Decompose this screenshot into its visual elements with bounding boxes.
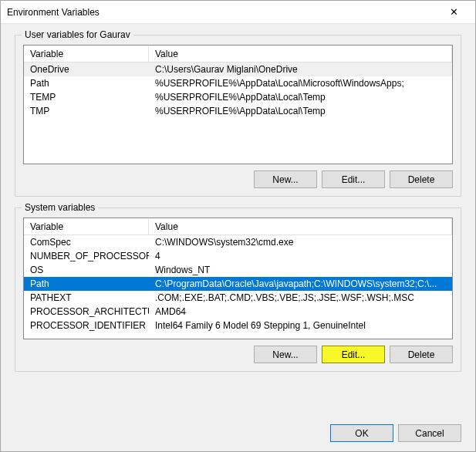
window-title: Environment Variables: [7, 7, 438, 18]
dialog-window: Environment Variables ✕ User variables f…: [0, 0, 476, 452]
cell-val: C:\ProgramData\Oracle\Java\javapath;C:\W…: [149, 278, 452, 290]
cancel-button[interactable]: Cancel: [398, 424, 461, 442]
cell-val: .COM;.EXE;.BAT;.CMD;.VBS;.VBE;.JS;.JSE;.…: [149, 292, 452, 304]
cell-val: C:\Users\Gaurav Miglani\OneDrive: [149, 63, 452, 76]
user-col-variable[interactable]: Variable: [24, 46, 149, 62]
cell-var: Path: [24, 278, 149, 290]
list-item[interactable]: TMP %USERPROFILE%\AppData\Local\Temp: [24, 104, 452, 118]
close-icon: ✕: [450, 6, 458, 18]
cell-val: %USERPROFILE%\AppData\Local\Temp: [149, 91, 452, 103]
system-group-label: System variables: [22, 202, 98, 213]
user-delete-button[interactable]: Delete: [390, 170, 453, 188]
system-delete-button[interactable]: Delete: [390, 346, 453, 363]
list-item[interactable]: Path %USERPROFILE%\AppData\Local\Microso…: [24, 76, 452, 90]
cell-var: PROCESSOR_IDENTIFIER: [24, 319, 149, 332]
cell-var: PROCESSOR_ARCHITECTURE: [24, 305, 149, 318]
dialog-actions: OK Cancel: [1, 424, 475, 451]
list-item[interactable]: NUMBER_OF_PROCESSORS 4: [24, 249, 452, 263]
system-col-value[interactable]: Value: [149, 219, 452, 234]
list-item[interactable]: OS Windows_NT: [24, 263, 452, 277]
cell-val: %USERPROFILE%\AppData\Local\Temp: [149, 105, 452, 117]
titlebar: Environment Variables ✕: [1, 1, 475, 24]
list-item[interactable]: PROCESSOR_IDENTIFIER Intel64 Family 6 Mo…: [24, 319, 452, 332]
user-new-button[interactable]: New...: [254, 170, 317, 188]
list-item[interactable]: TEMP %USERPROFILE%\AppData\Local\Temp: [24, 90, 452, 104]
dialog-content: User variables for Gaurav Variable Value…: [1, 24, 475, 424]
list-item[interactable]: ComSpec C:\WINDOWS\system32\cmd.exe: [24, 235, 452, 249]
cell-val: 4: [149, 250, 452, 262]
user-variables-group: User variables for Gaurav Variable Value…: [15, 35, 461, 197]
cell-val: %USERPROFILE%\AppData\Local\Microsoft\Wi…: [149, 77, 452, 89]
cell-var: Path: [24, 77, 149, 89]
list-item-selected[interactable]: Path C:\ProgramData\Oracle\Java\javapath…: [24, 277, 452, 291]
system-variables-list[interactable]: Variable Value ComSpec C:\WINDOWS\system…: [23, 218, 453, 339]
cell-val: Windows_NT: [149, 264, 452, 276]
user-col-value[interactable]: Value: [149, 46, 452, 62]
cell-var: PATHEXT: [24, 292, 149, 304]
user-list-header: Variable Value: [24, 46, 452, 62]
cell-var: TMP: [24, 105, 149, 117]
ok-button[interactable]: OK: [330, 424, 393, 442]
close-button[interactable]: ✕: [438, 2, 469, 23]
list-item[interactable]: PROCESSOR_ARCHITECTURE AMD64: [24, 305, 452, 319]
user-variables-list[interactable]: Variable Value OneDrive C:\Users\Gaurav …: [23, 45, 453, 164]
cell-val: Intel64 Family 6 Model 69 Stepping 1, Ge…: [149, 319, 452, 332]
cell-var: OneDrive: [24, 63, 149, 76]
system-variables-group: System variables Variable Value ComSpec …: [15, 207, 461, 372]
user-group-label: User variables for Gaurav: [22, 29, 133, 40]
cell-var: OS: [24, 264, 149, 276]
cell-val: C:\WINDOWS\system32\cmd.exe: [149, 236, 452, 248]
user-edit-button[interactable]: Edit...: [322, 170, 385, 188]
system-list-header: Variable Value: [24, 218, 452, 235]
system-buttons-row: New... Edit... Delete: [23, 346, 453, 363]
user-list-body: OneDrive C:\Users\Gaurav Miglani\OneDriv…: [24, 62, 452, 162]
cell-var: NUMBER_OF_PROCESSORS: [24, 250, 149, 262]
system-col-variable[interactable]: Variable: [24, 219, 149, 234]
system-new-button[interactable]: New...: [254, 346, 317, 363]
cell-var: TEMP: [24, 91, 149, 103]
list-item[interactable]: OneDrive C:\Users\Gaurav Miglani\OneDriv…: [24, 62, 452, 76]
system-edit-button[interactable]: Edit...: [322, 346, 385, 363]
system-list-body: ComSpec C:\WINDOWS\system32\cmd.exe NUMB…: [24, 235, 452, 337]
cell-var: ComSpec: [24, 236, 149, 248]
list-item[interactable]: PATHEXT .COM;.EXE;.BAT;.CMD;.VBS;.VBE;.J…: [24, 291, 452, 305]
user-buttons-row: New... Edit... Delete: [23, 170, 453, 188]
cell-val: AMD64: [149, 305, 452, 318]
